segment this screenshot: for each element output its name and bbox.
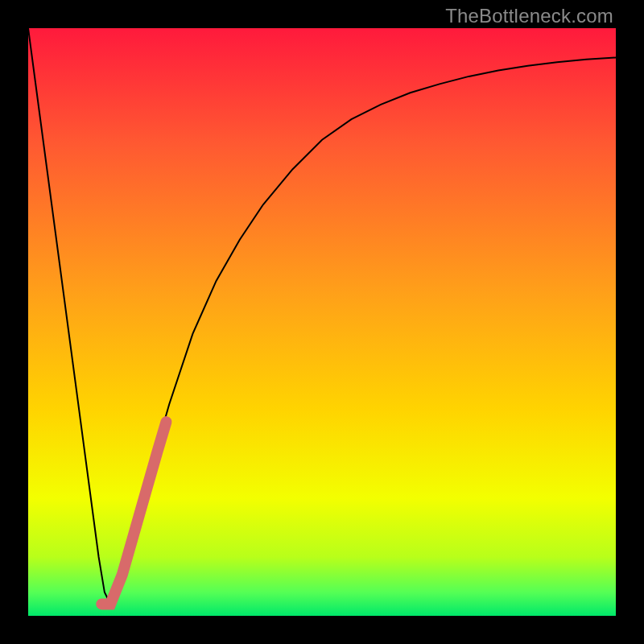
chart-lines — [28, 28, 616, 616]
outer-frame: TheBottleneck.com — [0, 0, 644, 644]
watermark-text: TheBottleneck.com — [445, 5, 613, 27]
chart-plot-area — [28, 28, 616, 616]
highlight-segment — [101, 422, 166, 604]
bottleneck-curve — [28, 28, 616, 604]
